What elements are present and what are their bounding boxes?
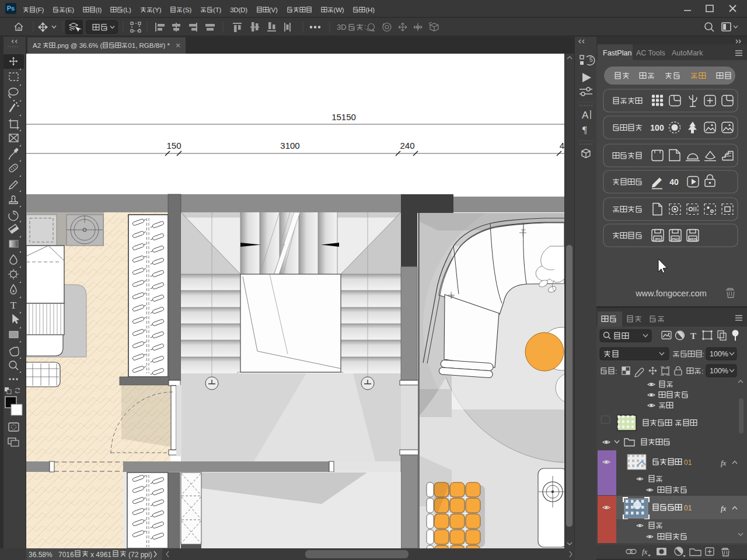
svg-text:7016: 7016 xyxy=(58,551,74,559)
svg-text:¶: ¶ xyxy=(582,124,587,135)
svg-text:100%: 100% xyxy=(710,367,728,375)
svg-text::: : xyxy=(701,368,703,376)
svg-text:www.fongocer.com: www.fongocer.com xyxy=(635,289,707,298)
svg-text:T: T xyxy=(690,331,696,341)
svg-text::: : xyxy=(615,368,617,376)
svg-text:AutoMark: AutoMark xyxy=(672,49,703,57)
svg-text:01: 01 xyxy=(684,459,692,467)
svg-text:100: 100 xyxy=(650,123,664,132)
svg-text:100%: 100% xyxy=(710,350,728,358)
svg-text:15150: 15150 xyxy=(331,112,356,122)
svg-text:36.58%: 36.58% xyxy=(29,551,53,559)
svg-text:PNG: PNG xyxy=(672,237,679,241)
svg-text:3100: 3100 xyxy=(280,141,299,150)
svg-text:150: 150 xyxy=(166,141,181,150)
svg-text:(72 ppi): (72 ppi) xyxy=(128,551,152,559)
svg-text:01: 01 xyxy=(684,504,692,512)
svg-text:40: 40 xyxy=(669,177,679,187)
svg-text:fx: fx xyxy=(721,459,727,467)
svg-text::: : xyxy=(364,23,366,31)
svg-text:AC Tools: AC Tools xyxy=(636,49,665,57)
svg-text:WEB: WEB xyxy=(689,237,697,241)
svg-text:240: 240 xyxy=(400,141,414,150)
svg-text:fx: fx xyxy=(721,504,727,513)
svg-text:5: 5 xyxy=(589,57,593,63)
svg-text:3D: 3D xyxy=(337,23,347,32)
svg-text:A: A xyxy=(582,110,589,121)
svg-text::: : xyxy=(702,351,704,359)
svg-text:FastPlan: FastPlan xyxy=(603,49,631,57)
svg-text:4: 4 xyxy=(560,141,564,150)
svg-text:T: T xyxy=(11,300,17,311)
svg-text:JPG: JPG xyxy=(654,237,661,241)
svg-text:x 4961: x 4961 xyxy=(90,551,111,559)
